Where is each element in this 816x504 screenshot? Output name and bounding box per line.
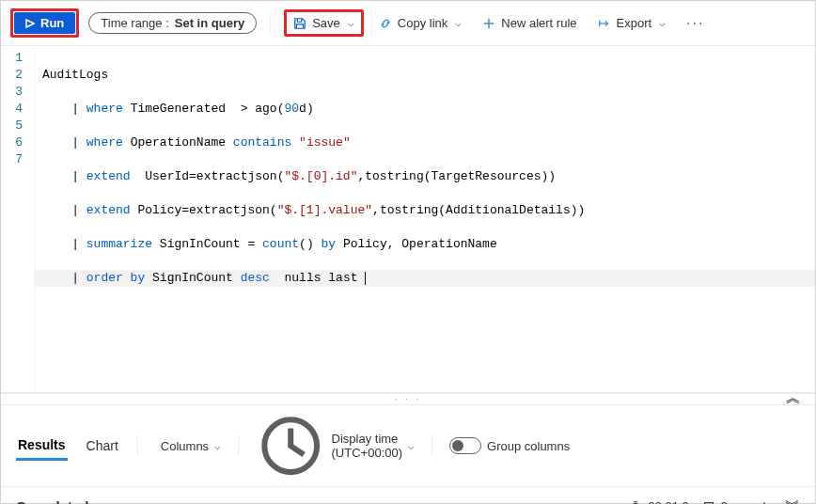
clock-icon (256, 411, 325, 480)
text-cursor (365, 272, 366, 285)
new-alert-button[interactable]: New alert rule (477, 13, 582, 33)
save-label: Save (312, 16, 340, 30)
overflow-menu[interactable]: ··· (681, 15, 710, 32)
chevron-down-icon: ⌵ (455, 17, 462, 29)
code-token (291, 135, 299, 150)
chevron-down-icon: ⌵ (659, 17, 666, 29)
code-token: | (42, 135, 86, 150)
save-icon (293, 17, 306, 30)
code-token: Policy, OperationName (336, 237, 497, 251)
code-token: "$.[1].value" (277, 203, 372, 217)
code-token: contains (233, 135, 291, 150)
copy-link-button[interactable]: Copy link ⌵ (373, 13, 467, 33)
line-number: 4 (8, 101, 23, 118)
record-count: 3 records (702, 499, 772, 504)
code-token: 90 (284, 102, 299, 116)
code-token: where (86, 135, 123, 150)
line-number: 3 (8, 84, 23, 101)
code-token: by (321, 237, 336, 251)
link-icon (379, 17, 392, 30)
horizontal-splitter[interactable]: · · · ︽ (1, 393, 815, 405)
line-number: 6 (8, 134, 23, 151)
code-token: Policy=extractjson( (131, 203, 277, 217)
expand-down-icon[interactable]: ︾ (785, 496, 800, 504)
display-time-button[interactable]: Display time (UTC+00:00) ⌵ (256, 411, 415, 480)
code-token: () (299, 237, 321, 251)
code-token: where (86, 102, 123, 116)
records-icon (702, 500, 715, 504)
toolbar: Run Time range : Set in query Save ⌵ Cop… (1, 1, 815, 46)
divider (432, 435, 432, 456)
line-number: 5 (8, 118, 23, 134)
run-label: Run (40, 16, 64, 30)
code-token: UserId=extractjson( (131, 169, 285, 183)
code-token: extend (86, 203, 131, 217)
code-token: | (42, 271, 86, 285)
code-token: SignInCount = (152, 237, 262, 251)
time-range-pill[interactable]: Time range : Set in query (88, 12, 257, 34)
code-token: extend (86, 169, 131, 183)
status-label: Completed (16, 498, 616, 504)
line-number: 7 (8, 151, 23, 168)
chevron-down-icon: ⌵ (214, 440, 221, 452)
stopwatch-icon (629, 500, 642, 504)
code-token: | (42, 169, 86, 183)
group-columns-label: Group columns (487, 439, 570, 453)
columns-button[interactable]: Columns ⌵ (155, 439, 221, 453)
code-token: OperationName (123, 135, 233, 150)
svg-marker-0 (26, 20, 34, 27)
export-label: Export (617, 16, 652, 30)
elapsed-time: 00:01.0 (629, 499, 688, 504)
code-token: count (262, 237, 299, 251)
play-icon (25, 19, 35, 28)
code-token: SignInCount (145, 271, 240, 285)
tab-chart[interactable]: Chart (85, 433, 120, 459)
export-button[interactable]: Export ⌵ (592, 13, 672, 33)
save-button[interactable]: Save ⌵ (288, 13, 360, 33)
chevron-down-icon: ⌵ (408, 440, 415, 452)
code-token: | (42, 237, 86, 251)
time-range-value: Set in query (175, 16, 244, 30)
code-token: | (42, 203, 86, 217)
group-columns-toggle-row: Group columns (449, 437, 570, 454)
line-number: 1 (8, 50, 23, 67)
status-row: Completed 00:01.0 3 records ︾ (1, 487, 815, 504)
code-token: "issue" (299, 135, 351, 150)
results-header: Results Chart Columns ⌵ Display time (UT… (1, 405, 815, 487)
code-token: TimeGenerated > ago( (123, 102, 285, 116)
highlight-run: Run (10, 8, 79, 38)
display-time-label: Display time (UTC+00:00) (332, 432, 402, 460)
line-gutter: 1 2 3 4 5 6 7 (1, 46, 35, 392)
chevron-down-icon: ⌵ (348, 17, 354, 29)
new-alert-label: New alert rule (501, 16, 576, 30)
group-columns-toggle[interactable] (449, 437, 481, 454)
export-icon (598, 17, 611, 30)
tab-results[interactable]: Results (16, 432, 68, 461)
code-token: | (42, 102, 86, 116)
line-number: 2 (8, 67, 23, 84)
query-editor[interactable]: 1 2 3 4 5 6 7 AuditLogs | where TimeGene… (1, 46, 815, 393)
code-token: order by (86, 271, 145, 285)
app-frame: Run Time range : Set in query Save ⌵ Cop… (0, 0, 816, 504)
code-token: ,tostring(AdditionalDetails)) (372, 203, 585, 217)
copy-link-label: Copy link (398, 16, 447, 30)
divider (238, 435, 239, 456)
code-token: d) (299, 102, 314, 116)
code-token: AuditLogs (42, 68, 108, 82)
time-range-label: Time range : (101, 16, 169, 30)
code-token: "$.[0].id" (284, 169, 357, 183)
record-count-value: 3 records (721, 499, 772, 504)
highlight-save: Save ⌵ (284, 9, 364, 37)
toolbar-divider (270, 14, 271, 33)
elapsed-value: 00:01.0 (648, 499, 688, 504)
columns-label: Columns (161, 439, 209, 453)
code-token: desc (241, 271, 270, 285)
code-area[interactable]: AuditLogs | where TimeGenerated > ago(90… (35, 46, 815, 392)
code-token: nulls last (270, 271, 365, 285)
divider (137, 435, 138, 456)
run-button[interactable]: Run (14, 12, 75, 34)
plus-icon (482, 17, 495, 30)
collapse-up-icon[interactable]: ︽ (786, 388, 804, 408)
code-token: summarize (86, 237, 152, 251)
code-token: ,tostring(TargetResources)) (357, 169, 556, 183)
